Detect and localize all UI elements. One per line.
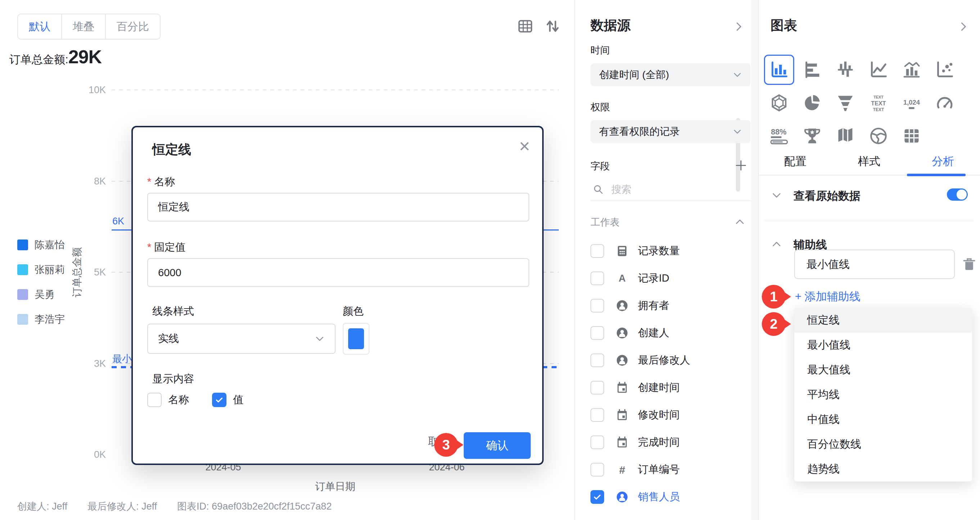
chart-type-button[interactable]: 1,024 [896, 88, 927, 118]
chart-type-button[interactable] [830, 88, 861, 118]
name-checkbox[interactable] [147, 393, 162, 407]
aux-line-name-input[interactable] [794, 250, 955, 279]
name-input[interactable] [147, 193, 529, 222]
worksheet-group-label: 工作表 [590, 216, 620, 229]
display-content-label: 显示内容 [152, 372, 194, 386]
chart-type-button[interactable] [863, 121, 894, 151]
field-checkbox[interactable] [590, 244, 604, 258]
raw-data-toggle[interactable] [947, 189, 968, 201]
chart-mode-tab[interactable]: 默认 [18, 14, 62, 39]
creator-text: 创建人: Jeff [17, 500, 67, 513]
field-row[interactable]: 记录数量 [590, 237, 751, 265]
add-aux-line-link[interactable]: + 添加辅助线 [795, 289, 861, 304]
dropdown-item[interactable]: 平均线 [794, 382, 972, 407]
collapse-panel-icon[interactable] [733, 21, 745, 32]
sort-icon[interactable] [544, 18, 561, 35]
field-checkbox[interactable] [590, 326, 604, 340]
chart-type-button[interactable] [797, 121, 827, 151]
search-icon [593, 184, 604, 195]
dropdown-item[interactable]: 最小值线 [794, 333, 972, 357]
chart-type-button[interactable] [830, 121, 861, 151]
legend-label: 陈嘉怡 [35, 238, 65, 252]
field-row[interactable]: 完成时间 [590, 429, 751, 456]
metric-label: 订单总金额: [10, 52, 68, 67]
dropdown-item[interactable]: 趋势线 [794, 457, 972, 482]
config-tab[interactable]: 分析 [906, 148, 980, 175]
legend-item[interactable]: 张丽莉 [17, 263, 65, 277]
chart-type-grid: TEXTTEXTTEXT 1,024 88% [764, 55, 963, 154]
field-label: 销售人员 [638, 490, 680, 504]
close-icon[interactable]: × [519, 137, 530, 155]
legend-label: 张丽莉 [35, 263, 65, 277]
value-checkbox[interactable] [212, 393, 226, 407]
chart-type-button[interactable] [797, 88, 827, 118]
field-checkbox[interactable] [590, 436, 604, 449]
field-checkbox[interactable] [590, 408, 604, 422]
chart-type-icon [869, 60, 888, 79]
chart-type-icon: 1,024 [902, 94, 921, 112]
color-picker[interactable] [343, 323, 369, 355]
chevron-down-icon[interactable] [771, 190, 782, 201]
field-label: 记录数量 [638, 244, 680, 258]
field-checkbox[interactable] [590, 354, 604, 367]
field-row[interactable]: 拥有者 [590, 292, 751, 319]
field-search[interactable] [590, 178, 751, 201]
config-tab[interactable]: 配置 [758, 148, 832, 175]
chart-mode-tab[interactable]: 百分比 [106, 14, 160, 39]
chart-panel-title: 图表 [770, 17, 797, 35]
chart-type-button[interactable] [830, 55, 861, 85]
search-input[interactable] [611, 183, 731, 196]
field-checkbox[interactable] [590, 463, 604, 477]
collapse-panel-icon[interactable] [958, 21, 969, 32]
trash-icon[interactable] [962, 257, 977, 272]
collapse-group-icon[interactable] [735, 217, 745, 227]
dropdown-item[interactable]: 百分位数线 [794, 432, 972, 457]
field-label: 记录ID [638, 271, 669, 285]
field-checkbox[interactable] [590, 299, 604, 312]
field-checkbox[interactable] [590, 271, 604, 285]
add-field-icon[interactable] [735, 159, 748, 172]
chart-type-button[interactable]: TEXTTEXTTEXT [863, 88, 894, 118]
field-checkbox[interactable] [590, 381, 604, 395]
svg-text:A: A [619, 273, 626, 284]
chart-type-button[interactable]: 88% [764, 121, 794, 151]
chart-type-button[interactable] [896, 55, 927, 85]
chart-type-button[interactable] [863, 55, 894, 85]
legend-item[interactable]: 陈嘉怡 [17, 238, 65, 252]
dropdown-item[interactable]: 最大值线 [794, 357, 972, 382]
chart-type-button[interactable] [797, 55, 827, 85]
chart-type-button[interactable] [930, 55, 960, 85]
field-row[interactable]: 创建时间 [590, 374, 751, 401]
chart-type-button[interactable] [764, 55, 794, 85]
dropdown-item[interactable]: 中值线 [794, 407, 972, 432]
field-row[interactable]: 销售人员 [590, 484, 751, 510]
chart-mode-tab[interactable]: 堆叠 [62, 14, 106, 39]
chart-type-icon [869, 127, 888, 145]
line-style-select[interactable]: 实线 [147, 323, 336, 354]
field-row[interactable]: 创建人 [590, 319, 751, 347]
legend-item[interactable]: 李浩宇 [17, 312, 65, 326]
time-filter-select[interactable]: 创建时间 (全部) [590, 63, 751, 86]
confirm-button[interactable]: 确认 [464, 432, 531, 459]
chevron-up-icon[interactable] [771, 239, 782, 250]
field-label: 拥有者 [638, 298, 669, 313]
legend-item[interactable]: 吴勇 [17, 288, 65, 301]
config-tab[interactable]: 样式 [832, 148, 906, 175]
chart-type-button[interactable] [764, 88, 794, 118]
check-icon [215, 395, 224, 404]
value-input[interactable] [147, 258, 529, 287]
field-row[interactable]: A 记录ID [590, 265, 751, 292]
chart-type-icon [836, 127, 855, 145]
chart-type-button[interactable] [930, 88, 960, 118]
dropdown-item[interactable]: 恒定线 [794, 308, 972, 333]
x-axis-title: 订单日期 [315, 480, 355, 493]
line-style-label: 线条样式 [152, 304, 194, 319]
field-row[interactable]: # 订单编号 [590, 456, 751, 484]
field-row[interactable]: 修改时间 [590, 401, 751, 429]
permission-select[interactable]: 有查看权限的记录 [590, 120, 751, 143]
y-tick-label: 8K [82, 176, 106, 187]
chart-type-button[interactable] [896, 121, 927, 151]
field-row[interactable]: 最后修改人 [590, 347, 751, 374]
table-view-icon[interactable] [517, 18, 534, 35]
field-checkbox[interactable] [590, 490, 604, 504]
